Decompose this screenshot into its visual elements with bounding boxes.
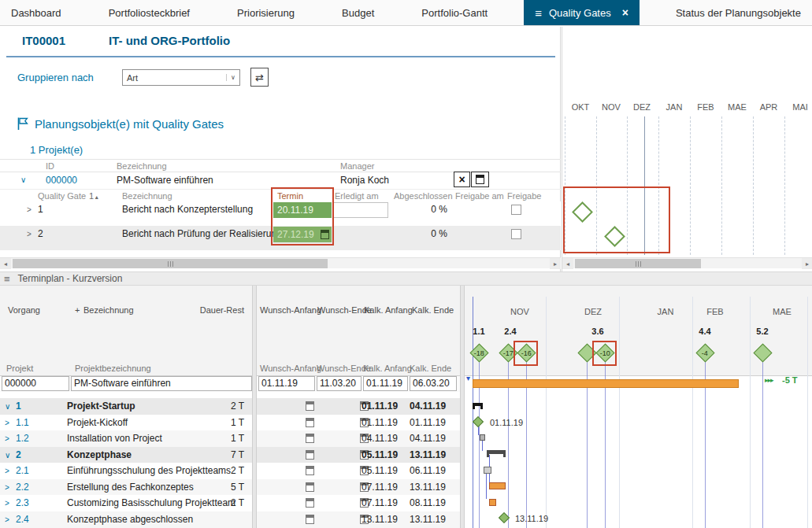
gate-termin-field[interactable]: 20.11.19 (273, 202, 332, 218)
calendar-icon[interactable] (306, 450, 314, 460)
quality-gate-milestone[interactable] (604, 226, 625, 247)
scrollbar-thumb[interactable] (575, 259, 701, 268)
remove-button[interactable]: × (454, 172, 470, 187)
task-row[interactable]: ∨ 2 Konzeptphase 7 T 05.11.19 13.11.19 (0, 447, 460, 463)
horizontal-scrollbar[interactable]: ◂ ▸ (562, 257, 812, 268)
expand-icon[interactable]: > (27, 205, 32, 214)
expand-icon[interactable]: > (27, 230, 32, 238)
task-row[interactable]: > 2.4 Konzeptphase abgeschlossen 13.11.1… (0, 511, 460, 528)
scroll-left-button[interactable]: ◂ (0, 258, 11, 269)
start-marker-icon: ▾ (466, 374, 470, 382)
sort-indicator[interactable]: 1▲ (89, 191, 99, 201)
calendar-icon[interactable] (306, 498, 314, 508)
calendar-icon[interactable] (306, 482, 314, 492)
calendar-icon[interactable] (321, 230, 329, 239)
column-bezeichnung[interactable]: Bezeichnung (83, 305, 134, 315)
buffer-value: -16 (521, 349, 532, 356)
task-row[interactable]: > 2.1 Einführungsschulung des Projekttea… (0, 463, 460, 479)
column-quality-gate[interactable]: Quality Gate (38, 191, 86, 201)
column-vorgang[interactable]: Vorgang (8, 305, 40, 315)
column-splitter[interactable] (252, 286, 257, 528)
buffer-value: -17 (503, 349, 514, 356)
terminplan-title: Terminplan - Kurzversion (18, 273, 123, 284)
column-kalk-anfang[interactable]: Kalk. Anfang (364, 305, 413, 315)
kalk-anfang-field[interactable]: 01.11.19 (363, 376, 408, 391)
column-freigabe-am[interactable]: Freigabe am (455, 191, 504, 201)
refresh-button[interactable]: ⇄ (250, 68, 269, 87)
task-row[interactable]: > 1.2 Installation von Project 1 T 04.11… (0, 430, 460, 447)
wunsch-anfang-field[interactable]: 01.11.19 (258, 376, 315, 391)
column-freigabe[interactable]: Freigabe (507, 191, 541, 201)
collapse-icon[interactable]: ∨ (5, 451, 10, 460)
kalk-ende-field[interactable]: 06.03.20 (410, 376, 457, 391)
tab-dashboard[interactable]: Dashboard (0, 0, 72, 25)
menu-icon[interactable]: ≡ (535, 6, 542, 20)
column-kalk-ende[interactable]: Kalk. Ende (412, 305, 454, 315)
terminplan-section-bar[interactable]: ≡ Terminplan - Kurzversion (0, 271, 812, 286)
menu-icon[interactable]: ≡ (4, 273, 10, 285)
gate-row[interactable]: > 1 Bericht nach Konzepterstellung 20.11… (0, 201, 561, 226)
project-input-row[interactable]: 000000 PM-Software einführen 01.11.19 11… (0, 376, 460, 392)
column-bezeichnung[interactable]: Bezeichnung (122, 191, 172, 201)
project-id-field[interactable]: 000000 (2, 376, 69, 391)
freigabe-checkbox[interactable] (511, 229, 521, 239)
collapse-icon[interactable]: ∨ (20, 175, 26, 184)
tab-portfoliosteckbrief[interactable]: Portfoliosteckbrief (98, 0, 201, 25)
calendar-icon[interactable] (306, 434, 314, 443)
task-row[interactable]: ∨ 1 Projekt-Startup 2 T 01.11.19 04.11.1… (0, 398, 460, 415)
chevron-down-icon[interactable]: ∨ (226, 74, 239, 81)
calendar-button[interactable] (471, 172, 489, 187)
gate-erledigt-field[interactable] (333, 202, 388, 218)
milestone-diamond[interactable] (473, 416, 484, 427)
quality-gate-milestone[interactable] (572, 201, 593, 223)
horizontal-scrollbar[interactable]: ◂ ▸ (0, 257, 561, 268)
column-erledigt-am[interactable]: Erledigt am (335, 191, 379, 201)
freigabe-checkbox[interactable] (511, 205, 521, 215)
scroll-right-button[interactable]: ▸ (550, 258, 561, 269)
calendar-icon[interactable] (306, 401, 314, 411)
calendar-icon[interactable] (306, 418, 314, 427)
project-summary-bar[interactable] (473, 379, 739, 388)
column-wunsch-anfang[interactable]: Wunsch-Anfang (260, 305, 321, 315)
column-termin[interactable]: Termin (277, 191, 303, 201)
tab-priorisierung[interactable]: Priorisierung (226, 0, 306, 25)
task-number: 2.4 (16, 514, 29, 525)
tab-status-der-planungsobjekte[interactable]: Status der Planungsobjekte (665, 0, 812, 25)
scroll-left-button[interactable]: ◂ (562, 258, 573, 269)
project-row[interactable]: ∨ 000000 PM-Software einführen Ronja Koc… (0, 172, 561, 188)
phase-bracket[interactable] (487, 450, 506, 454)
month-label: MAE (765, 307, 799, 316)
column-abgeschlossen[interactable]: Abgeschlossen (394, 191, 447, 201)
expand-icon[interactable]: > (5, 419, 9, 427)
group-by-dropdown[interactable]: Art ∨ (122, 69, 240, 86)
wunsch-ende-field[interactable]: 11.03.20 (317, 376, 362, 391)
tab-quality-gates[interactable]: ≡ Quality Gates × (524, 0, 640, 25)
tab-portfolio-gantt[interactable]: Portfolio-Gantt (410, 0, 499, 25)
scroll-right-button[interactable]: ▸ (802, 258, 812, 269)
collapse-icon[interactable]: ∨ (5, 402, 10, 411)
calendar-icon[interactable] (306, 466, 314, 475)
task-row[interactable]: > 1.1 Projekt-Kickoff 1 T 01.11.19 01.11… (0, 415, 460, 431)
close-icon[interactable]: × (622, 6, 628, 19)
expand-icon[interactable]: > (5, 467, 9, 475)
expand-icon[interactable]: > (5, 515, 9, 524)
gate-row[interactable]: > 2 Bericht nach Prüfung der Realisierun… (0, 226, 561, 250)
task-bar[interactable] (489, 482, 506, 489)
tab-budget[interactable]: Budget (331, 0, 385, 25)
expand-icon[interactable]: > (5, 499, 9, 508)
expand-icon[interactable]: > (5, 483, 9, 492)
scrollbar-thumb[interactable] (13, 259, 328, 268)
expand-icon[interactable]: > (5, 434, 9, 443)
project-name-field[interactable]: PM-Software einführen (71, 376, 252, 391)
phase-bracket[interactable] (473, 403, 483, 406)
column-dauer-rest[interactable]: Dauer-Rest (197, 305, 244, 315)
task-row[interactable]: > 2.3 Customizing Basisschulung Projektt… (0, 495, 460, 511)
task-bar[interactable] (489, 499, 496, 506)
calendar-icon[interactable] (306, 515, 314, 524)
add-task-button[interactable]: + (75, 305, 80, 315)
task-bar[interactable] (484, 467, 491, 474)
month-label: APR (756, 102, 781, 112)
task-bar[interactable] (480, 434, 485, 441)
task-row[interactable]: > 2.2 Erstellung des Fachkonzeptes 5 T 0… (0, 479, 460, 496)
gate-termin-field[interactable]: 27.12.19 (273, 227, 332, 242)
